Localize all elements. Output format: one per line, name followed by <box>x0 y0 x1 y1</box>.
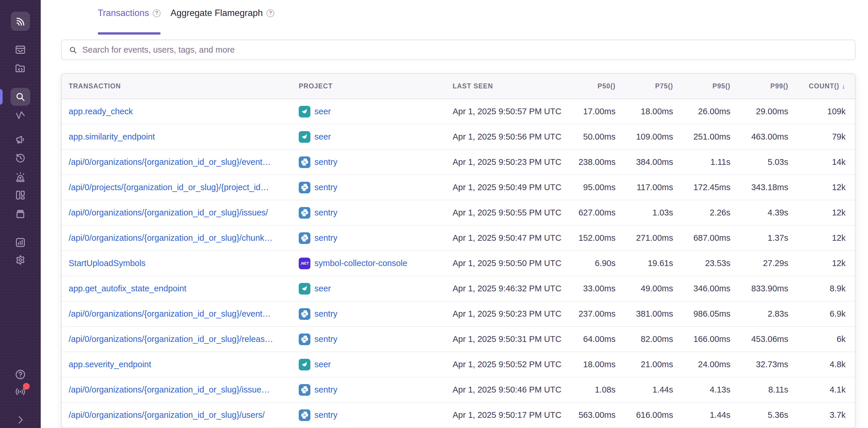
active-nav-indicator <box>0 89 3 105</box>
project-cell: sentry <box>299 409 453 421</box>
column-header-p50[interactable]: P50() <box>563 82 616 90</box>
project-link[interactable]: sentry <box>314 233 337 243</box>
sidebar-item-search[interactable] <box>10 88 30 106</box>
sidebar-item-chevron-right[interactable] <box>14 414 26 426</box>
python-project-icon <box>299 409 310 421</box>
last-seen-cell: Apr 1, 2025 9:50:52 PM UTC <box>453 360 563 369</box>
p75-cell: 381.00ms <box>616 309 673 319</box>
column-header-p75[interactable]: P75() <box>616 82 673 90</box>
p99-cell: 29.00ms <box>731 107 788 116</box>
p99-cell: 453.06ms <box>731 334 788 344</box>
transaction-link[interactable]: /api/0/organizations/{organization_id_or… <box>69 334 299 344</box>
sidebar-item-releases[interactable] <box>14 208 26 220</box>
tab-aggregate-flamegraph[interactable]: Aggregate Flamegraph ? <box>170 8 274 18</box>
transaction-link[interactable]: /api/0/organizations/{organization_id_or… <box>69 208 299 218</box>
transaction-link[interactable]: /api/0/organizations/{organization_id_or… <box>69 410 299 420</box>
column-header-project[interactable]: PROJECT <box>299 82 453 90</box>
p50-cell: 64.00ms <box>563 334 616 344</box>
p95-cell: 251.00ms <box>673 132 731 142</box>
column-header-lastseen[interactable]: LAST SEEN <box>453 82 563 90</box>
transaction-link[interactable]: /api/0/organizations/{organization_id_or… <box>69 157 299 167</box>
last-seen-cell: Apr 1, 2025 9:50:17 PM UTC <box>453 410 563 420</box>
table-row: /api/0/projects/{organization_id_or_slug… <box>62 175 855 200</box>
transaction-link[interactable]: /api/0/organizations/{organization_id_or… <box>69 385 299 395</box>
sidebar-item-explore[interactable] <box>14 63 26 74</box>
project-link[interactable]: sentry <box>314 157 337 167</box>
sidebar-item-issues[interactable] <box>14 44 26 56</box>
sidebar-item-stats[interactable] <box>14 237 26 248</box>
sidebar-item-traces[interactable] <box>14 109 26 121</box>
p50-cell: 18.00ms <box>563 360 616 369</box>
p75-cell: 1.44s <box>616 385 673 395</box>
transaction-cell: /api/0/organizations/{organization_id_or… <box>69 233 299 243</box>
p50-cell: 238.00ms <box>563 157 616 167</box>
project-link[interactable]: seer <box>314 107 331 116</box>
project-link[interactable]: sentry <box>314 334 337 344</box>
transaction-link[interactable]: /api/0/organizations/{organization_id_or… <box>69 309 299 319</box>
search-input[interactable] <box>82 45 848 55</box>
column-header-p99[interactable]: P99() <box>731 82 788 90</box>
dotnet-project-icon: .NET <box>299 258 310 269</box>
count-cell: 8.9k <box>788 284 846 293</box>
p75-cell: 19.61s <box>616 259 673 268</box>
sentry-logo-icon <box>14 15 27 28</box>
sidebar-item-feedback[interactable] <box>14 134 26 145</box>
project-link[interactable]: sentry <box>314 309 337 319</box>
p75-cell: 117.00ms <box>616 183 673 192</box>
column-label: LAST SEEN <box>453 82 493 90</box>
p95-cell: 24.00ms <box>673 360 731 369</box>
project-cell: seer <box>299 106 453 118</box>
column-header-p95[interactable]: P95() <box>673 82 731 90</box>
search-bar[interactable] <box>61 39 856 60</box>
transaction-cell: app.severity_endpoint <box>69 360 299 369</box>
help-icon[interactable]: ? <box>267 9 274 17</box>
sidebar-item-alerts[interactable] <box>14 171 26 183</box>
p50-cell: 6.90s <box>563 259 616 268</box>
transaction-link[interactable]: app.similarity_endpoint <box>69 132 299 142</box>
help-icon[interactable]: ? <box>153 9 161 17</box>
sort-desc-icon: ↓ <box>841 82 846 91</box>
transaction-cell: app.ready_check <box>69 107 299 116</box>
project-cell: sentry <box>299 384 453 396</box>
transaction-link[interactable]: app.severity_endpoint <box>69 360 299 369</box>
table-row: StartUploadSymbols.NETsymbol-collector-c… <box>62 251 855 276</box>
transaction-link[interactable]: app.ready_check <box>69 107 299 116</box>
project-link[interactable]: seer <box>314 284 331 293</box>
project-link[interactable]: seer <box>314 360 331 369</box>
python-project-icon <box>299 232 310 244</box>
p75-cell: 49.00ms <box>616 284 673 293</box>
project-link[interactable]: sentry <box>314 183 337 192</box>
column-header-transaction[interactable]: TRANSACTION <box>69 82 299 90</box>
p75-cell: 616.00ms <box>616 410 673 420</box>
transaction-cell: /api/0/projects/{organization_id_or_slug… <box>69 183 299 192</box>
project-link[interactable]: sentry <box>314 385 337 395</box>
p95-cell: 1.44s <box>673 410 731 420</box>
transaction-link[interactable]: StartUploadSymbols <box>69 259 299 268</box>
sidebar-item-help[interactable] <box>14 369 26 380</box>
sentry-logo-button[interactable] <box>11 12 30 31</box>
main-content: Transactions ? Aggregate Flamegraph ? TR… <box>41 0 868 428</box>
column-header-count[interactable]: COUNT()↓ <box>788 82 846 91</box>
tab-transactions[interactable]: Transactions ? <box>98 8 161 18</box>
p75-cell: 384.00ms <box>616 157 673 167</box>
project-cell: sentry <box>299 157 453 168</box>
transaction-link[interactable]: /api/0/projects/{organization_id_or_slug… <box>69 183 299 192</box>
project-link[interactable]: symbol-collector-console <box>314 259 407 268</box>
sidebar-item-dashboards[interactable] <box>14 189 26 201</box>
p50-cell: 33.00ms <box>563 284 616 293</box>
seer-project-icon <box>299 359 310 370</box>
project-link[interactable]: sentry <box>314 208 337 218</box>
sidebar-item-replays[interactable] <box>14 152 26 164</box>
p95-cell: 4.13s <box>673 385 731 395</box>
p99-cell: 8.11s <box>731 385 788 395</box>
project-cell: sentry <box>299 333 453 345</box>
transaction-link[interactable]: /api/0/organizations/{organization_id_or… <box>69 233 299 243</box>
project-cell: sentry <box>299 207 453 219</box>
project-link[interactable]: seer <box>314 132 331 142</box>
project-cell: sentry <box>299 308 453 320</box>
count-cell: 12k <box>788 259 846 268</box>
transaction-link[interactable]: app.get_autofix_state_endpoint <box>69 284 299 293</box>
project-cell: seer <box>299 283 453 295</box>
sidebar-item-settings[interactable] <box>14 254 26 266</box>
project-link[interactable]: sentry <box>314 410 337 420</box>
